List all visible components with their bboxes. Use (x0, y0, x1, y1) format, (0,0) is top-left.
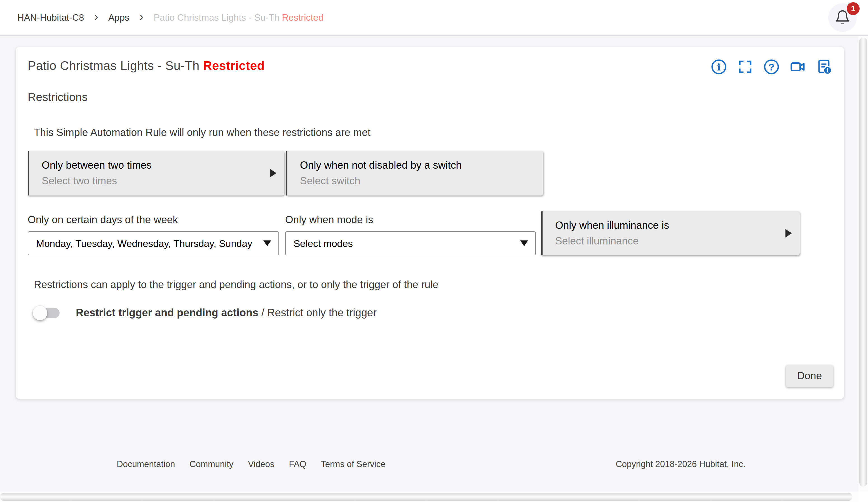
toggle-knob (33, 306, 47, 320)
only-when-illuminance-button[interactable]: Only when illuminance is Select illumina… (541, 211, 800, 255)
page-content: Patio Christmas Lights - Su-Th Restricte… (0, 36, 858, 492)
app-state-info-icon[interactable]: i (816, 59, 832, 75)
breadcrumb-app-name: Patio Christmas Lights - Su-Th (154, 12, 279, 23)
scrollbar-corner (858, 492, 868, 502)
tile-subtitle: Select illuminance (555, 235, 775, 247)
info-icon[interactable]: i (711, 59, 727, 75)
breadcrumb-app-status: Restricted (282, 12, 323, 23)
days-of-week-label: Only on certain days of the week (28, 214, 279, 226)
right-arrow-icon (785, 229, 792, 238)
breadcrumb-apps[interactable]: Apps (108, 12, 129, 23)
vertical-scrollbar[interactable] (858, 36, 868, 492)
app-settings-card: Patio Christmas Lights - Su-Th Restricte… (16, 47, 844, 399)
section-heading: Restrictions (28, 91, 832, 104)
only-when-not-disabled-by-switch-button[interactable]: Only when not disabled by a switch Selec… (286, 151, 543, 196)
mode-select[interactable]: Select modes (285, 231, 536, 255)
mode-label: Only when mode is (285, 214, 536, 226)
days-of-week-select[interactable]: Monday, Tuesday, Wednesday, Thursday, Su… (28, 231, 279, 255)
breadcrumb-hub[interactable]: HAN-Hubitat-C8 (17, 12, 84, 23)
right-arrow-icon (270, 169, 277, 177)
svg-text:?: ? (768, 62, 774, 72)
notification-badge: 1 (847, 2, 860, 15)
horizontal-scrollbar[interactable] (0, 492, 858, 502)
vertical-scrollbar-thumb[interactable] (859, 38, 867, 487)
footer-links: Documentation Community Videos FAQ Terms… (117, 459, 385, 469)
footer-link-faq[interactable]: FAQ (289, 459, 307, 469)
card-toolbar: i ? (711, 59, 832, 75)
done-button[interactable]: Done (786, 365, 833, 387)
restrict-toggle-label-rest: / Restrict only the trigger (258, 307, 376, 318)
tile-subtitle: Select two times (42, 175, 259, 187)
restrict-trigger-toggle[interactable] (34, 308, 60, 318)
help-icon[interactable]: ? (763, 59, 779, 75)
svg-text:i: i (717, 62, 721, 73)
only-between-two-times-button[interactable]: Only between two times Select two times (28, 151, 284, 196)
restrict-toggle-row: Restrict trigger and pending actions / R… (28, 307, 832, 319)
breadcrumb-separator-icon: › (94, 10, 98, 23)
footer-link-documentation[interactable]: Documentation (117, 459, 175, 469)
page-title: Patio Christmas Lights - Su-Th Restricte… (28, 59, 265, 73)
notifications-button[interactable]: 1 (828, 3, 857, 32)
page-title-text: Patio Christmas Lights - Su-Th (28, 59, 199, 72)
footer-link-videos[interactable]: Videos (248, 459, 274, 469)
days-of-week-select-wrap: Monday, Tuesday, Wednesday, Thursday, Su… (28, 231, 279, 255)
tile-title: Only when not disabled by a switch (300, 159, 518, 171)
breadcrumb-current: Patio Christmas Lights - Su-Th Restricte… (154, 12, 323, 23)
mode-select-wrap: Select modes (285, 231, 536, 255)
footer: Documentation Community Videos FAQ Terms… (0, 459, 858, 469)
page-title-status: Restricted (203, 59, 265, 72)
mode-field: Only when mode is Select modes (285, 214, 536, 255)
breadcrumb: HAN-Hubitat-C8 › Apps › Patio Christmas … (17, 11, 323, 24)
restriction-fields-row: Only on certain days of the week Monday,… (28, 211, 832, 255)
svg-text:i: i (827, 67, 829, 74)
days-of-week-field: Only on certain days of the week Monday,… (28, 214, 279, 255)
card-title-row: Patio Christmas Lights - Su-Th Restricte… (28, 59, 832, 75)
video-icon[interactable] (790, 59, 806, 75)
horizontal-scrollbar-thumb[interactable] (0, 493, 852, 501)
intro-text: This Simple Automation Rule will only ru… (28, 127, 832, 138)
restrict-toggle-label: Restrict trigger and pending actions / R… (76, 307, 376, 319)
fullscreen-icon[interactable] (737, 59, 753, 75)
restriction-note: Restrictions can apply to the trigger an… (28, 279, 832, 291)
footer-link-terms[interactable]: Terms of Service (321, 459, 385, 469)
copyright-text: Copyright 2018-2026 Hubitat, Inc. (616, 459, 745, 469)
restrict-toggle-label-bold: Restrict trigger and pending actions (76, 307, 258, 318)
tile-title: Only between two times (42, 159, 259, 171)
tile-subtitle: Select switch (300, 175, 518, 187)
done-row: Done (786, 365, 833, 387)
restriction-tiles-row: Only between two times Select two times … (28, 151, 832, 196)
footer-link-community[interactable]: Community (190, 459, 234, 469)
breadcrumb-separator-icon: › (140, 10, 144, 23)
tile-title: Only when illuminance is (555, 220, 775, 231)
app-header: HAN-Hubitat-C8 › Apps › Patio Christmas … (0, 0, 868, 36)
